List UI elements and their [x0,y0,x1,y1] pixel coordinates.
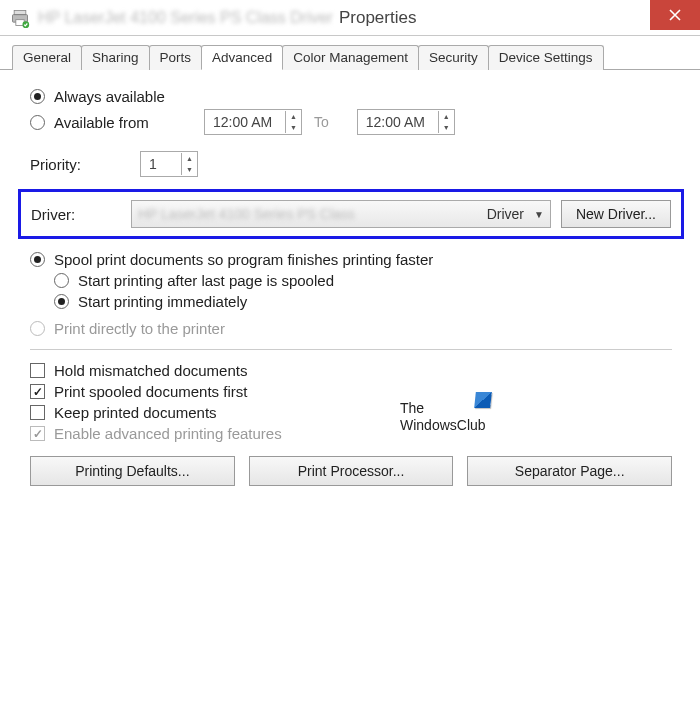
driver-highlight: Driver: HP LaserJet 4100 Series PS Class… [18,189,684,239]
radio-print-direct [30,321,45,336]
print-processor-button[interactable]: Print Processor... [249,456,454,486]
time-from-input[interactable] [205,112,285,132]
priority-spinner[interactable]: ▲▼ [140,151,198,177]
label-spool: Spool print documents so program finishe… [54,251,433,268]
check-hold-mismatched[interactable] [30,363,45,378]
tab-content: Always available Available from ▲▼ To ▲▼… [0,70,700,496]
tab-general[interactable]: General [12,45,82,70]
label-after-last: Start printing after last page is spoole… [78,272,334,289]
spinner-down-icon[interactable]: ▼ [286,122,301,133]
tab-advanced[interactable]: Advanced [201,45,283,70]
driver-blurred-text: HP LaserJet 4100 Series PS Class [138,206,483,222]
separator-page-button[interactable]: Separator Page... [467,456,672,486]
time-from-spinner[interactable]: ▲▼ [204,109,302,135]
label-always-available: Always available [54,88,165,105]
label-to: To [314,114,329,130]
window-title: Properties [339,8,416,28]
tab-security[interactable]: Security [418,45,489,70]
time-to-input[interactable] [358,112,438,132]
check-enable-advanced [30,426,45,441]
label-available-from: Available from [54,114,204,131]
radio-available-from[interactable] [30,115,45,130]
printer-icon [10,8,30,28]
spinner-up-icon[interactable]: ▲ [439,111,454,122]
driver-visible-text: Driver [487,206,524,222]
tab-device-settings[interactable]: Device Settings [488,45,604,70]
title-blurred: HP LaserJet 4100 Series PS Class Driver [38,9,333,27]
watermark-line1: The [400,400,486,417]
label-print-direct: Print directly to the printer [54,320,225,337]
titlebar: HP LaserJet 4100 Series PS Class Driver … [0,0,700,36]
new-driver-button[interactable]: New Driver... [561,200,671,228]
priority-input[interactable] [141,154,181,174]
radio-after-last[interactable] [54,273,69,288]
spinner-down-icon[interactable]: ▼ [182,164,197,175]
watermark: The WindowsClub [400,400,486,434]
check-spooled-first[interactable] [30,384,45,399]
label-driver: Driver: [31,206,131,223]
watermark-line2: WindowsClub [400,417,486,434]
time-to-spinner[interactable]: ▲▼ [357,109,455,135]
svg-rect-0 [14,10,26,14]
label-keep-printed: Keep printed documents [54,404,217,421]
separator [30,349,672,350]
radio-spool[interactable] [30,252,45,267]
label-immediate: Start printing immediately [78,293,247,310]
tabstrip: General Sharing Ports Advanced Color Man… [0,36,700,70]
spinner-down-icon[interactable]: ▼ [439,122,454,133]
chevron-down-icon: ▼ [534,209,544,220]
label-priority: Priority: [30,156,140,173]
label-spooled-first: Print spooled documents first [54,383,247,400]
tab-sharing[interactable]: Sharing [81,45,150,70]
radio-immediate[interactable] [54,294,69,309]
check-keep-printed[interactable] [30,405,45,420]
driver-dropdown[interactable]: HP LaserJet 4100 Series PS Class Driver … [131,200,551,228]
spinner-up-icon[interactable]: ▲ [286,111,301,122]
label-enable-advanced: Enable advanced printing features [54,425,282,442]
label-hold-mismatched: Hold mismatched documents [54,362,247,379]
close-button[interactable] [650,0,700,30]
spinner-up-icon[interactable]: ▲ [182,153,197,164]
tab-color-management[interactable]: Color Management [282,45,419,70]
tab-ports[interactable]: Ports [149,45,203,70]
printing-defaults-button[interactable]: Printing Defaults... [30,456,235,486]
radio-always-available[interactable] [30,89,45,104]
